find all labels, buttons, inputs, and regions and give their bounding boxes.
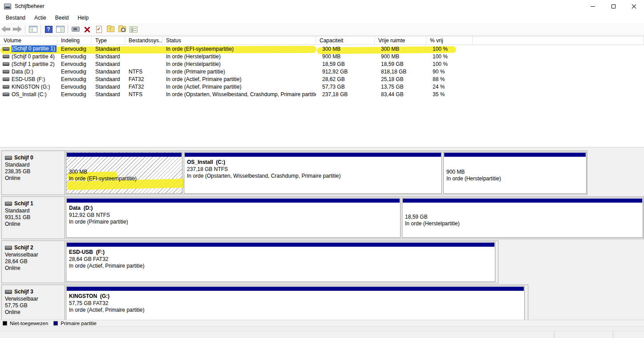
table-row[interactable]: OS_Install (C:) Eenvoudig Standaard NTFS… (0, 90, 644, 98)
table-row[interactable]: (Schijf 1 partitie 2) Eenvoudig Standaar… (0, 60, 644, 68)
delete-icon (84, 26, 90, 33)
column-header-filler (473, 37, 644, 45)
partition-data-d[interactable]: Data (D:) 912,92 GB NTFS In orde (Primai… (66, 198, 401, 238)
disk-kind: Verwisselbaar (5, 296, 65, 302)
column-header-status[interactable]: Status (162, 37, 316, 45)
back-button[interactable] (0, 24, 12, 35)
disk-status: Online (5, 309, 65, 316)
close-button[interactable] (624, 0, 644, 12)
disk-label-schijf-0[interactable]: Schijf 0 Standaard 238,35 GB Online (2, 151, 65, 195)
show-console-tree-icon (29, 26, 37, 33)
partition-size: 18,59 GB (405, 214, 643, 221)
cell-status: In orde (Primaire partitie) (162, 69, 316, 75)
menu-bar: Bestand Actie Beeld Help (0, 12, 644, 23)
menu-actie[interactable]: Actie (30, 13, 51, 23)
cell-capaciteit: 28,62 GB (316, 76, 375, 82)
partition-recovery-18gb[interactable]: 18,59 GB In orde (Herstelpartitie) (402, 198, 643, 238)
disk-label-schijf-2[interactable]: Schijf 2 Verwisselbaar 28,64 GB Online (2, 241, 65, 283)
table-row[interactable]: KINGSTON (G:) Eenvoudig Standaard FAT32 … (0, 83, 644, 90)
cell-pct-vrij: 100 % (426, 46, 473, 52)
volume-name: OS_Install (C:) (12, 91, 47, 98)
partition-efi-system[interactable]: 300 MB In orde (EFI-systeempartitie) (66, 152, 182, 194)
cell-vrije-ruimte: 25,18 GB (375, 76, 426, 82)
disk-row-schijf-2: Schijf 2 Verwisselbaar 28,64 GB Online E… (1, 240, 498, 283)
disk-name: Schijf 1 (14, 200, 33, 207)
cell-indeling: Eenvoudig (57, 91, 92, 98)
disk-label-schijf-3[interactable]: Schijf 3 Verwisselbaar 57,75 GB Online (2, 285, 65, 320)
forward-button[interactable] (12, 24, 23, 35)
disk-graph-pane: Schijf 0 Standaard 238,35 GB Online 300 … (0, 147, 644, 320)
menu-bestand[interactable]: Bestand (1, 13, 30, 23)
disk-name: Schijf 0 (14, 155, 33, 161)
check-document-button[interactable] (93, 24, 105, 35)
volume-icon (3, 62, 9, 66)
partition-type-strip (444, 153, 586, 157)
partition-size: 57,75 GB FAT32 (69, 300, 524, 307)
disk-row-schijf-0: Schijf 0 Standaard 238,35 GB Online 300 … (1, 151, 587, 195)
help-button[interactable]: ? (43, 24, 54, 35)
title-bar: Schijfbeheer (0, 0, 644, 12)
cell-capaciteit: 57,73 GB (316, 84, 375, 90)
volume-icon (3, 93, 9, 96)
toolbar-separator (41, 25, 41, 34)
partition-size: 28,64 GB FAT32 (69, 256, 495, 263)
disk-icon (5, 290, 12, 294)
partition-status: In orde (Herstelpartitie) (446, 175, 586, 183)
volume-name: (Schijf 0 partitie 4) (12, 53, 55, 60)
toolbar-separator (25, 25, 25, 34)
column-header-capaciteit[interactable]: Capaciteit (316, 37, 375, 45)
show-console-tree-button[interactable] (27, 24, 39, 35)
partition-name: ESD-USB (F:) (69, 249, 495, 256)
cell-type: Standaard (92, 69, 125, 75)
minimize-button[interactable] (583, 0, 603, 12)
table-row[interactable]: (Schijf 0 partitie 1) Eenvoudig Standaar… (0, 45, 644, 53)
status-bar-divider (0, 331, 644, 331)
column-header-volume[interactable]: Volume (0, 37, 57, 45)
column-header-vrije-ruimte[interactable]: Vrije ruimte (375, 37, 426, 45)
disk-icon (5, 202, 12, 206)
cell-pct-vrij: 88 % (426, 76, 473, 82)
popup-window-button[interactable] (70, 24, 81, 35)
table-row[interactable]: (Schijf 0 partitie 4) Eenvoudig Standaar… (0, 53, 644, 60)
volume-list: Volume Indeling Type Bestandssys... Stat… (0, 36, 644, 145)
show-action-pane-button[interactable] (54, 24, 66, 35)
cell-status: In orde (Herstelpartitie) (162, 61, 316, 67)
partition-type-strip (67, 153, 182, 157)
show-action-pane-icon (56, 26, 65, 33)
volume-name: (Schijf 1 partitie 2) (12, 61, 55, 67)
properties-list-icon (130, 26, 138, 33)
table-row[interactable]: ESD-USB (F:) Eenvoudig Standaard FAT32 I… (0, 75, 644, 83)
cell-status: In orde (EFI-systeempartitie) (162, 46, 316, 52)
partition-recovery-900mb[interactable]: 900 MB In orde (Herstelpartitie) (443, 152, 587, 194)
cell-type: Standaard (92, 76, 125, 82)
cell-pct-vrij: 100 % (426, 53, 473, 60)
column-header-type[interactable]: Type (92, 37, 125, 45)
unallocated-swatch (3, 321, 7, 326)
menu-beeld[interactable]: Beeld (51, 13, 73, 23)
partition-status: In orde (Herstelpartitie) (405, 220, 643, 228)
folder-search-button[interactable] (116, 24, 128, 35)
cell-fs: FAT32 (125, 84, 162, 90)
column-header-bestandssysteem[interactable]: Bestandssys... (125, 37, 162, 45)
delete-button[interactable] (81, 24, 93, 35)
partition-kingston-g[interactable]: KINGSTON (G:) 57,75 GB FAT32 In orde (Ac… (66, 286, 525, 320)
status-pane-divider (554, 331, 555, 338)
partition-status: In orde (Opstarten, Wisselbestand, Crash… (187, 173, 441, 180)
folder-up-button[interactable] (105, 24, 116, 35)
column-header-indeling[interactable]: Indeling (57, 37, 92, 45)
maximize-button[interactable] (603, 0, 624, 12)
volume-rows: (Schijf 0 partitie 1) Eenvoudig Standaar… (0, 45, 644, 98)
partition-os-install-c[interactable]: OS_Install (C:) 237,18 GB NTFS In orde (… (184, 152, 442, 194)
disk-label-schijf-1[interactable]: Schijf 1 Standaard 931,51 GB Online (2, 197, 65, 239)
table-row[interactable]: Data (D:) Eenvoudig Standaard NTFS In or… (0, 68, 644, 75)
column-header-pct-vrij[interactable]: % vrij (426, 37, 473, 45)
cell-capaciteit: 912,92 GB (316, 69, 375, 75)
menu-help[interactable]: Help (73, 13, 93, 23)
cell-capaciteit: 900 MB (316, 53, 375, 60)
volume-icon (3, 70, 9, 73)
legend-label-unallocated: Niet-toegewezen (10, 321, 48, 326)
partition-esd-usb-f[interactable]: ESD-USB (F:) 28,64 GB FAT32 In orde (Act… (66, 242, 495, 282)
folder-search-icon (118, 26, 126, 32)
properties-list-button[interactable] (128, 24, 139, 35)
cell-type: Standaard (92, 91, 125, 98)
